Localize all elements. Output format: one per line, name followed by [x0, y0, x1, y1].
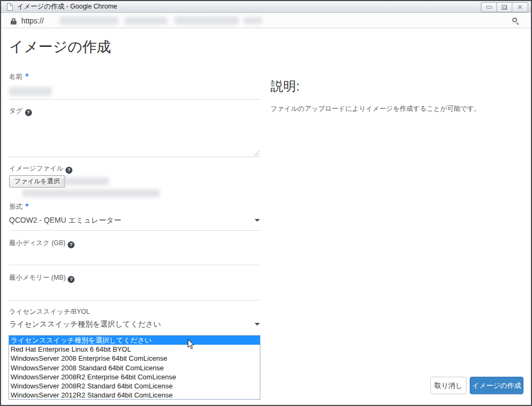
cancel-button[interactable]: 取り消し	[430, 377, 466, 394]
format-select[interactable]: QCOW2 - QEMU エミュレーター	[9, 216, 121, 225]
help-icon[interactable]: ?	[68, 276, 75, 283]
redacted-filename	[61, 177, 109, 185]
description-heading: 説明:	[271, 78, 300, 95]
page-content: イメージの作成 名前★ タグ? イメージファイル? ファイルを選択 形式★ QC…	[1, 28, 531, 405]
redacted-url-1	[60, 17, 118, 25]
window-controls: ✕	[481, 2, 528, 12]
dropdown-option[interactable]: WindowsServer 2012R2 Standard 64bit ComL…	[9, 391, 260, 400]
min-disk-label: 最小ディスク (GB)?	[9, 239, 75, 248]
redacted-url-4	[244, 17, 262, 24]
format-label: 形式★	[9, 202, 29, 212]
license-dropdown-list: ライセンススイッチ種別を選択してください Red Hat Enterprise …	[9, 335, 260, 400]
close-button[interactable]: ✕	[512, 3, 528, 12]
window-title: イメージの作成 - Google Chrome	[17, 1, 117, 12]
minimize-button[interactable]	[481, 3, 497, 12]
description-text: ファイルのアップロードによりイメージを作成することが可能です。	[271, 104, 481, 113]
browser-popup-window: イメージの作成 - Google Chrome ✕ https:// イメージの…	[0, 0, 532, 406]
dropdown-option[interactable]: ライセンススイッチ種別を選択してください	[9, 336, 260, 345]
dropdown-option[interactable]: WindowsServer 2008R2 Standard 64bit ComL…	[9, 381, 260, 391]
create-image-button[interactable]: イメージの作成	[470, 377, 523, 394]
chevron-down-icon[interactable]	[255, 219, 260, 222]
min-disk-input-underline[interactable]	[9, 265, 260, 265]
license-select[interactable]: ライセンススイッチ種別を選択してください	[9, 320, 161, 329]
minimize-icon	[486, 6, 492, 9]
name-input-underline[interactable]	[9, 99, 260, 100]
url-protocol: https://	[21, 13, 44, 28]
chevron-down-icon[interactable]	[255, 323, 260, 326]
textarea-resize-handle-icon[interactable]	[253, 150, 260, 157]
required-star-icon: ★	[24, 72, 29, 78]
min-ram-input-underline[interactable]	[9, 300, 260, 301]
help-icon[interactable]: ?	[25, 109, 32, 116]
lock-icon	[11, 18, 17, 25]
license-label: ライセンススイッチ/BYOL	[9, 307, 90, 316]
close-icon: ✕	[517, 4, 523, 11]
zoom-icon[interactable]	[512, 18, 519, 25]
maximize-icon	[502, 5, 507, 10]
name-input-redacted-value[interactable]	[9, 87, 52, 96]
redacted-file-info	[22, 189, 160, 197]
dropdown-option[interactable]: WindowsServer 2008 Enterprise 64bit ComL…	[9, 354, 260, 363]
window-titlebar: イメージの作成 - Google Chrome ✕	[1, 1, 531, 13]
dropdown-option[interactable]: WindowsServer 2008 Standard 64bit ComLic…	[9, 363, 260, 372]
required-star-icon: ★	[24, 202, 29, 208]
tags-textarea-underline[interactable]	[9, 157, 260, 157]
choose-file-button[interactable]: ファイルを選択	[9, 175, 65, 188]
tags-label: タグ?	[9, 107, 32, 116]
redacted-url-3	[175, 17, 239, 25]
help-icon[interactable]: ?	[66, 167, 72, 174]
help-icon[interactable]: ?	[68, 241, 75, 248]
redacted-url-2	[125, 17, 167, 25]
min-ram-label: 最小メモリー (MB)?	[9, 273, 75, 283]
format-select-underline	[9, 230, 260, 231]
page-icon	[7, 3, 13, 11]
maximize-button[interactable]	[497, 3, 512, 12]
name-label: 名前★	[9, 72, 29, 82]
dropdown-option[interactable]: WindowsServer 2008R2 Enterprise 64bit Co…	[9, 372, 260, 381]
mouse-cursor-icon	[187, 339, 195, 350]
image-file-label: イメージファイル?	[9, 164, 72, 174]
page-title: イメージの作成	[9, 37, 111, 56]
dropdown-option[interactable]: Red Hat Enterprise Linux 6 64bit BYOL	[9, 345, 260, 354]
url-bar[interactable]: https://	[1, 13, 531, 28]
